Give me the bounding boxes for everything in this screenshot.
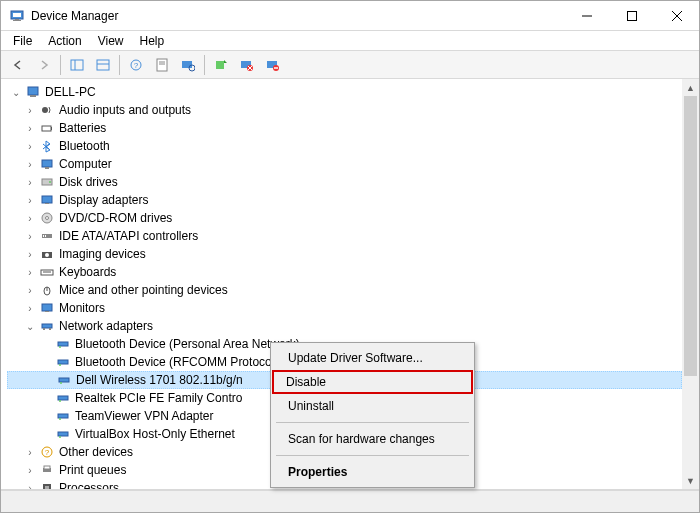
tree-category[interactable]: ›Display adapters bbox=[7, 191, 682, 209]
svg-rect-36 bbox=[45, 203, 49, 204]
svg-rect-8 bbox=[71, 60, 83, 70]
tree-label: Realtek PCIe FE Family Contro bbox=[75, 391, 242, 405]
svg-rect-35 bbox=[42, 196, 52, 203]
console-tree-button[interactable] bbox=[65, 53, 89, 77]
close-button[interactable] bbox=[654, 1, 699, 30]
tree-label: VirtualBox Host-Only Ethernet bbox=[75, 427, 235, 441]
menu-file[interactable]: File bbox=[5, 32, 40, 50]
context-menu-item[interactable]: Uninstall bbox=[274, 394, 471, 418]
svg-point-60 bbox=[59, 400, 61, 402]
keyboard-icon bbox=[39, 264, 55, 280]
chevron-right-icon[interactable]: › bbox=[23, 301, 37, 315]
back-button[interactable] bbox=[6, 53, 30, 77]
chevron-down-icon[interactable]: ⌄ bbox=[23, 319, 37, 333]
tree-label: Computer bbox=[59, 157, 112, 171]
display-icon bbox=[39, 300, 55, 316]
context-menu-item[interactable]: Disable bbox=[272, 370, 473, 394]
chevron-right-icon[interactable]: › bbox=[23, 193, 37, 207]
ide-icon bbox=[39, 228, 55, 244]
chevron-right-icon[interactable]: › bbox=[23, 139, 37, 153]
tree-label: TeamViewer VPN Adapter bbox=[75, 409, 214, 423]
help-button[interactable]: ? bbox=[124, 53, 148, 77]
statusbar bbox=[1, 490, 699, 512]
toolbar-separator bbox=[60, 55, 61, 75]
chevron-right-icon[interactable]: › bbox=[23, 121, 37, 135]
scroll-down-button[interactable]: ▼ bbox=[682, 472, 699, 489]
svg-rect-2 bbox=[15, 19, 19, 20]
maximize-button[interactable] bbox=[609, 1, 654, 30]
tree-category[interactable]: ›Audio inputs and outputs bbox=[7, 101, 682, 119]
chevron-right-icon[interactable]: › bbox=[23, 211, 37, 225]
network-adapter-icon bbox=[55, 336, 71, 352]
tree-category[interactable]: ›Mice and other pointing devices bbox=[7, 281, 682, 299]
chevron-right-icon[interactable]: › bbox=[23, 481, 37, 489]
svg-point-64 bbox=[59, 436, 61, 438]
network-adapter-icon bbox=[55, 390, 71, 406]
mouse-icon bbox=[39, 282, 55, 298]
menu-action[interactable]: Action bbox=[40, 32, 89, 50]
forward-button[interactable] bbox=[32, 53, 56, 77]
chevron-down-icon[interactable]: ⌄ bbox=[9, 85, 23, 99]
update-driver-button[interactable] bbox=[209, 53, 233, 77]
toolbar-separator bbox=[119, 55, 120, 75]
svg-rect-57 bbox=[59, 378, 69, 382]
chevron-right-icon[interactable]: › bbox=[23, 157, 37, 171]
scroll-up-button[interactable]: ▲ bbox=[682, 79, 699, 96]
context-menu-item[interactable]: Scan for hardware changes bbox=[274, 427, 471, 451]
svg-rect-17 bbox=[182, 61, 192, 68]
chevron-right-icon[interactable]: › bbox=[23, 229, 37, 243]
chevron-right-icon[interactable]: › bbox=[23, 103, 37, 117]
menu-help[interactable]: Help bbox=[132, 32, 173, 50]
tree-category[interactable]: ›Computer bbox=[7, 155, 682, 173]
scroll-track[interactable] bbox=[682, 96, 699, 472]
tree-category[interactable]: ›Disk drives bbox=[7, 173, 682, 191]
svg-point-43 bbox=[45, 253, 49, 257]
svg-point-54 bbox=[59, 346, 61, 348]
tree-category[interactable]: ›Monitors bbox=[7, 299, 682, 317]
svg-rect-3 bbox=[13, 20, 21, 21]
svg-rect-50 bbox=[42, 324, 52, 328]
svg-text:?: ? bbox=[134, 61, 139, 70]
menu-view[interactable]: View bbox=[90, 32, 132, 50]
context-menu-item[interactable]: Properties bbox=[274, 460, 471, 484]
scroll-thumb[interactable] bbox=[684, 96, 697, 376]
tree-category[interactable]: ⌄Network adapters bbox=[7, 317, 682, 335]
svg-rect-31 bbox=[42, 160, 52, 167]
chevron-right-icon[interactable]: › bbox=[23, 175, 37, 189]
uninstall-button[interactable] bbox=[235, 53, 259, 77]
tree-category[interactable]: ›IDE ATA/ATAPI controllers bbox=[7, 227, 682, 245]
chevron-right-icon[interactable]: › bbox=[23, 463, 37, 477]
tree-category[interactable]: ›Keyboards bbox=[7, 263, 682, 281]
context-menu: Update Driver Software...DisableUninstal… bbox=[270, 342, 475, 488]
vertical-scrollbar[interactable]: ▲ ▼ bbox=[682, 79, 699, 489]
printer-icon bbox=[39, 462, 55, 478]
tree-label: Display adapters bbox=[59, 193, 148, 207]
menubar: File Action View Help bbox=[1, 31, 699, 51]
battery-icon bbox=[39, 120, 55, 136]
chevron-right-icon[interactable]: › bbox=[23, 247, 37, 261]
scan-hardware-button[interactable] bbox=[176, 53, 200, 77]
tree-label: Keyboards bbox=[59, 265, 116, 279]
bluetooth-icon bbox=[39, 138, 55, 154]
svg-point-34 bbox=[49, 181, 51, 183]
chevron-right-icon[interactable]: › bbox=[23, 283, 37, 297]
svg-rect-1 bbox=[13, 13, 21, 17]
disable-button[interactable] bbox=[261, 53, 285, 77]
tree-category[interactable]: ›Imaging devices bbox=[7, 245, 682, 263]
chevron-right-icon[interactable]: › bbox=[23, 265, 37, 279]
details-button[interactable] bbox=[91, 53, 115, 77]
chevron-right-icon[interactable]: › bbox=[23, 445, 37, 459]
context-menu-separator bbox=[276, 455, 469, 456]
camera-icon bbox=[39, 246, 55, 262]
tree-root[interactable]: ⌄DELL-PC bbox=[7, 83, 682, 101]
tree-category[interactable]: ›Bluetooth bbox=[7, 137, 682, 155]
tree-label: Batteries bbox=[59, 121, 106, 135]
tree-category[interactable]: ›DVD/CD-ROM drives bbox=[7, 209, 682, 227]
properties-button[interactable] bbox=[150, 53, 174, 77]
tree-category[interactable]: ›Batteries bbox=[7, 119, 682, 137]
tree-label: Disk drives bbox=[59, 175, 118, 189]
cpu-icon bbox=[39, 480, 55, 489]
minimize-button[interactable] bbox=[564, 1, 609, 30]
context-menu-item[interactable]: Update Driver Software... bbox=[274, 346, 471, 370]
svg-rect-19 bbox=[216, 61, 224, 69]
